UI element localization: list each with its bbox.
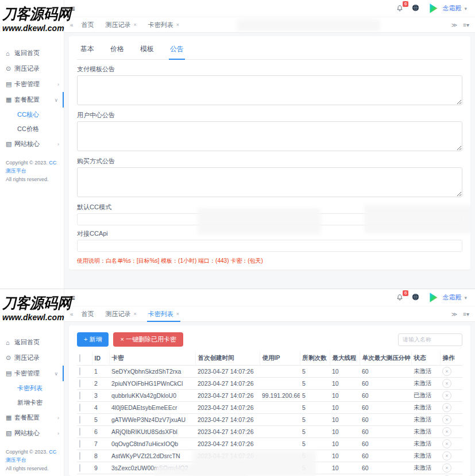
user-center-notice-label: 用户中心公告 <box>77 111 462 120</box>
chevron-down-icon: ∨ <box>54 371 58 377</box>
tab-records[interactable]: 测压记录 × <box>102 307 140 321</box>
user-menu[interactable]: 念霜殿 ▾ <box>427 2 467 14</box>
row-checkbox[interactable] <box>79 391 80 400</box>
topbar-right: 6 念霜殿 ▾ <box>396 291 467 304</box>
sidebar-item-card-add[interactable]: 新增卡密 <box>0 396 64 410</box>
pay-notice-textarea[interactable] <box>77 75 462 105</box>
default-cc-mode-input[interactable] <box>77 213 462 225</box>
card-code: ARjQIbRIKUtU8SdsXFbl <box>109 425 195 437</box>
select-all-checkbox[interactable] <box>79 354 80 362</box>
delete-row-button[interactable]: × <box>442 427 451 436</box>
topbar-right: 6 念霜殿 ▾ <box>396 2 467 14</box>
col-remaining: 所剩次数 <box>300 351 330 365</box>
buy-notice-textarea[interactable] <box>77 167 462 197</box>
tab-basic[interactable]: 基本 <box>79 43 95 59</box>
delete-row-button[interactable]: × <box>442 415 451 424</box>
table-toolbar: + 新增 × 一键删除已用卡密 <box>77 332 462 347</box>
more-tabs-icon[interactable]: ≫ <box>451 311 457 317</box>
close-icon[interactable]: × <box>134 311 137 317</box>
site-icon: ▧ <box>6 429 14 437</box>
record-icon: ⊙ <box>6 354 14 362</box>
close-icon[interactable]: × <box>134 22 137 28</box>
row-checkbox[interactable] <box>79 440 80 448</box>
status-badge: 已激活 <box>411 389 440 401</box>
panel-announcement-config: 刀客源码网 www.dkewl.com ⌂ 返回首页 ⊙ 测压记录 ▤ 卡密管理… <box>0 0 475 289</box>
user-menu[interactable]: 念霜殿 ▾ <box>427 291 467 304</box>
tab-card-list[interactable]: 卡密列表 × <box>145 307 183 321</box>
delete-row-button[interactable]: × <box>442 379 451 388</box>
tab-template[interactable]: 模板 <box>139 43 155 59</box>
user-center-notice-textarea[interactable] <box>77 121 462 151</box>
tab-menu-icon[interactable]: ≡▾ <box>463 311 469 317</box>
delete-row-button[interactable]: × <box>442 391 451 400</box>
more-tabs-icon[interactable]: ≫ <box>451 22 457 28</box>
sidebar-item-package-config[interactable]: ▦ 套餐配置 › <box>0 410 64 425</box>
card-code: qubbrluKKVa42gDkloU0 <box>109 389 195 401</box>
sidebar-item-card-list[interactable]: 卡密列表 <box>0 381 64 396</box>
row-checkbox[interactable] <box>79 367 80 375</box>
sidebar-item-card-manage[interactable]: ▤ 卡密管理 › <box>0 76 64 92</box>
delete-row-button[interactable]: × <box>442 463 451 473</box>
card-table: ID 卡密 首次创建时间 使用IP 所剩次数 最大线程 单次最大测压分钟 状态 … <box>77 351 462 476</box>
censor-blur <box>237 19 380 31</box>
home-icon: ⌂ <box>6 50 14 57</box>
status-badge: 未激活 <box>411 474 440 476</box>
delete-row-button[interactable]: × <box>442 403 451 412</box>
tab-announcement[interactable]: 公告 <box>169 43 185 59</box>
close-icon[interactable]: × <box>176 22 179 28</box>
globe-icon[interactable] <box>411 3 420 14</box>
sidebar-item-card-manage[interactable]: ▤ 卡密管理 ∨ <box>0 366 64 381</box>
chevron-right-icon: › <box>57 415 59 421</box>
delete-used-cards-button[interactable]: × 一键删除已用卡密 <box>113 332 183 347</box>
status-badge: 未激活 <box>411 365 440 377</box>
site-watermark-logo: 刀客源码网 www.dkewl.com <box>0 289 83 322</box>
sidebar-item-site-core[interactable]: ▧ 网站核心 › <box>0 136 64 152</box>
sidebar-item-home[interactable]: ⌂ 返回首页 <box>0 335 64 350</box>
avatar <box>427 2 439 14</box>
globe-icon[interactable] <box>411 293 420 303</box>
sidebar-item-records[interactable]: ⊙ 测压记录 <box>0 350 64 366</box>
cc-api-input[interactable] <box>77 240 462 252</box>
row-checkbox[interactable] <box>79 428 80 436</box>
tab-card-list[interactable]: 卡密列表 × <box>145 18 183 32</box>
sidebar-item-cc-core[interactable]: CC核心 <box>0 108 64 122</box>
card-code: AstWKyPVZt2L2dDsrcTN <box>109 450 195 462</box>
chevron-right-icon: › <box>57 431 59 436</box>
username: 念霜殿 <box>442 293 461 302</box>
row-checkbox[interactable] <box>79 416 80 424</box>
search-input[interactable] <box>398 333 462 346</box>
logo-title: 刀客源码网 <box>2 293 82 313</box>
caret-down-icon: ▾ <box>464 295 467 301</box>
table-row: 9 3sZexc0zUW00mSOmvHQ2 5 10 60 未激活 × <box>77 462 462 474</box>
tab-price[interactable]: 价格 <box>109 43 125 59</box>
card-code: 0qOvgC8tnd7uHicxIOQb <box>109 437 195 450</box>
tab-menu-icon[interactable]: ≡▾ <box>463 22 469 28</box>
delete-row-button[interactable]: × <box>442 367 451 376</box>
sidebar-item-site-core[interactable]: ▧ 网站核心 › <box>0 425 64 441</box>
row-checkbox[interactable] <box>79 464 80 472</box>
package-icon: ▦ <box>6 414 14 421</box>
close-icon[interactable]: × <box>176 311 179 317</box>
delete-row-button[interactable]: × <box>442 439 451 448</box>
logo-url: www.dkewl.com <box>2 24 82 33</box>
sidebar-item-cc-price[interactable]: CC价格 <box>0 122 64 136</box>
row-checkbox[interactable] <box>79 452 80 460</box>
delete-row-button[interactable]: × <box>442 451 451 460</box>
copyright: Copyright © 2023. CC测压平台 All rights rese… <box>0 152 64 183</box>
table-row: 8 AstWKyPVZt2L2dDsrcTN 2023-04-27 14:07:… <box>77 450 462 462</box>
col-ip: 使用IP <box>260 351 300 365</box>
card-code: Ir8Wyxrd5CDYbODR <box>109 474 195 476</box>
page-content: + 新增 × 一键删除已用卡密 ID 卡密 <box>64 322 475 476</box>
bell-icon[interactable]: 6 <box>396 5 404 13</box>
row-checkbox[interactable] <box>79 379 80 387</box>
bell-icon[interactable]: 6 <box>396 294 404 302</box>
sidebar-item-home[interactable]: ⌂ 返回首页 <box>0 45 64 61</box>
sidebar-item-records[interactable]: ⊙ 测压记录 <box>0 61 64 76</box>
api-hint-text: 使用说明：白名单%s：[目标%s] 模板：(1小时) 端口：(443) 卡密：(… <box>77 257 462 265</box>
table-row: 6 ARjQIbRIKUtU8SdsXFbl 2023-04-27 14:07:… <box>77 425 462 437</box>
card-use-label: 卡密使用 <box>77 269 462 270</box>
tab-records[interactable]: 测压记录 × <box>102 18 140 32</box>
sidebar-item-package-config[interactable]: ▦ 套餐配置 ∨ <box>0 92 64 108</box>
add-card-button[interactable]: + 新增 <box>77 332 109 347</box>
row-checkbox[interactable] <box>79 404 80 412</box>
